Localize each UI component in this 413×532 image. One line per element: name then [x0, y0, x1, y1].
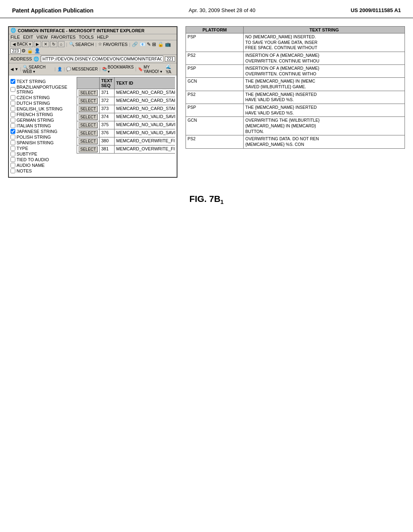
id-376: MEMCARD_NO_VALID_SAVE_GAME	[115, 129, 175, 137]
select-btn-373[interactable]: SELECT	[79, 106, 98, 112]
browser-icon: 🌐	[10, 28, 16, 33]
search-web-label[interactable]: 🔍 SEARCH WEB ▾	[23, 65, 53, 74]
id-381: MEMCARD_OVERWRITE_FILE	[115, 145, 175, 154]
subtype-label: SUBTYPE	[17, 152, 37, 156]
browser-menu-bar: FILE EDIT VIEW FAVORITES TOOLS HELP	[9, 34, 177, 40]
text-string-checkbox[interactable]	[10, 79, 15, 84]
subtype-checkbox[interactable]	[10, 152, 15, 156]
id-371: MEMCARD_NO_CARD_STARTUP_1	[115, 89, 175, 97]
left-sidebar: TEXT STRING BRAZILIANPORTUGESE STRING CZ…	[10, 77, 75, 175]
seq-371: 371	[99, 89, 114, 97]
id-375: MEMCARD_NO_VALID_SAVE_GAME	[115, 121, 175, 129]
right-table-row: PS2 INSERTION OF A {MEMCARD_NAME}OVERWRI…	[186, 52, 405, 64]
publication-title: Patent Application Publication	[12, 7, 94, 14]
type-checkbox[interactable]	[10, 146, 15, 151]
sidebar-item-audio-name: AUDIO NAME	[10, 162, 75, 168]
type-label: TYPE	[17, 146, 28, 151]
platform-psp-1: PSP	[186, 33, 244, 52]
menu-help[interactable]: HELP	[97, 35, 108, 39]
refresh-button[interactable]: ↻	[50, 41, 57, 47]
platform-gcn-2: GCN	[186, 117, 244, 135]
header-right: US 2009/0111585 A1	[350, 7, 401, 13]
seq-380: 380	[99, 137, 114, 145]
browser-title: COMMON INTERFACE - MICROSOFT INTERNET EX…	[18, 28, 144, 33]
forward-button[interactable]: ▶	[34, 41, 41, 47]
select-btn-372[interactable]: SELECT	[79, 98, 98, 104]
sidebar-item-spanish: SPANISH STRING	[10, 140, 75, 145]
platform-gcn-1: GCN	[186, 78, 244, 91]
id-372: MEMCARD_NO_CARD_STARTUP_2	[115, 97, 175, 105]
stop-button[interactable]: ✕	[42, 41, 49, 47]
header-center: Apr. 30, 2009 Sheet 28 of 40	[189, 7, 256, 13]
dutch-checkbox[interactable]	[10, 101, 15, 106]
seq-373: 373	[99, 105, 114, 113]
right-table-row: PS2 THE {MEMCARD_NAME} INSERTEDHAVE VALI…	[186, 91, 405, 104]
french-label: FRENCH STRING	[17, 112, 53, 117]
platform-ps2-1: PS2	[186, 52, 244, 64]
sidebar-item-german: GERMAN STRING	[10, 117, 75, 123]
select-btn-381[interactable]: SELECT	[79, 146, 98, 152]
czech-checkbox[interactable]	[10, 95, 15, 100]
seq-376: 376	[99, 129, 114, 137]
table-row: SELECT 374 MEMCARD_NO_VALID_SAVE_GAME	[77, 113, 175, 121]
spanish-checkbox[interactable]	[10, 140, 15, 145]
right-panel: PLATFORM TEXT STRING PSP NO {MEMCARD_NAM…	[186, 26, 405, 178]
sidebar-text-string-header: TEXT STRING	[10, 79, 75, 84]
address-bar: ADDRESS 🌐 221	[9, 55, 177, 63]
polish-label: POLISH STRING	[17, 135, 51, 139]
select-btn-376[interactable]: SELECT	[79, 130, 98, 136]
right-data-table: PLATFORM TEXT STRING PSP NO {MEMCARD_NAM…	[186, 26, 405, 149]
right-table-row: PSP NO {MEMCARD_NAME} INSERTED.TO SAVE Y…	[186, 33, 405, 52]
text-string-psp-1: NO {MEMCARD_NAME} INSERTED.TO SAVE YOUR …	[244, 33, 405, 52]
select-btn-380[interactable]: SELECT	[79, 138, 98, 144]
text-string-label: TEXT STRING	[17, 79, 46, 84]
brazilian-checkbox[interactable]	[10, 87, 15, 92]
select-btn-371[interactable]: SELECT	[79, 90, 98, 96]
seq-374: 374	[99, 113, 114, 121]
seq-372: 372	[99, 97, 114, 105]
platform-ps2-2: PS2	[186, 91, 244, 104]
platform-psp-2: PSP	[186, 65, 244, 78]
select-btn-374[interactable]: SELECT	[79, 114, 98, 120]
bookmarks-label[interactable]: BOOKMARKS ▾	[108, 65, 133, 74]
person-icon: 👤	[57, 67, 62, 71]
home-button[interactable]: ⌂	[58, 41, 65, 47]
brazilian-label: BRAZILIANPORTUGESE STRING	[17, 85, 75, 94]
french-checkbox[interactable]	[10, 112, 15, 117]
table-row: SELECT 371 MEMCARD_NO_CARD_STARTUP_1	[77, 89, 175, 97]
select-btn-375[interactable]: SELECT	[79, 122, 98, 128]
figure-text: FIG. 7B	[190, 194, 221, 204]
notes-label: NOTES	[17, 168, 32, 173]
german-checkbox[interactable]	[10, 118, 15, 123]
italian-checkbox[interactable]	[10, 123, 15, 128]
sidebar-item-japanese: JAPANESE STRING	[10, 129, 75, 134]
favorites-label: FAVORITES	[103, 42, 127, 47]
audio-name-label: AUDIO NAME	[17, 163, 45, 168]
polish-checkbox[interactable]	[10, 135, 15, 139]
audio-name-checkbox[interactable]	[10, 163, 15, 168]
right-table-row: PS2 OVERWRITTING DATA. DO NOT REN{MEMCAR…	[186, 135, 405, 148]
right-table-row: PSP INSERTION OF A {MEMCARD_NAME}OVERWRI…	[186, 65, 405, 78]
sidebar-item-dutch: DUTCH STRING	[10, 100, 75, 106]
english-uk-checkbox[interactable]	[10, 106, 15, 111]
seq-381: 381	[99, 145, 114, 154]
notes-checkbox[interactable]	[10, 168, 15, 173]
menu-file[interactable]: FILE	[10, 35, 20, 39]
back-button[interactable]: ◀ BACK ▾	[10, 41, 33, 47]
col-select	[77, 77, 100, 89]
menu-edit[interactable]: EDIT	[23, 35, 33, 39]
menu-favorites[interactable]: FAVORITES	[51, 35, 75, 39]
japanese-checkbox[interactable]	[10, 129, 15, 134]
back-small-icon: ◀	[10, 67, 14, 71]
tied-to-audio-checkbox[interactable]	[10, 157, 15, 162]
address-input[interactable]	[41, 56, 163, 62]
browser-window: 🌐 COMMON INTERFACE - MICROSOFT INTERNET …	[8, 26, 177, 178]
menu-tools[interactable]: TOOLS	[79, 35, 94, 39]
sidebar-item-subtype: SUBTYPE	[10, 151, 75, 157]
messenger-label[interactable]: MESSENGER	[72, 67, 98, 71]
menu-view[interactable]: VIEW	[36, 35, 48, 39]
main-table-container: TEXT SEQ TEXT ID SELECT 371 MEMCARD_NO_C…	[77, 77, 175, 175]
yahoo-label[interactable]: MY YAHOO! ▾	[144, 65, 165, 74]
sidebar-item-polish: POLISH STRING	[10, 134, 75, 140]
col-text-id: TEXT ID	[115, 77, 175, 89]
